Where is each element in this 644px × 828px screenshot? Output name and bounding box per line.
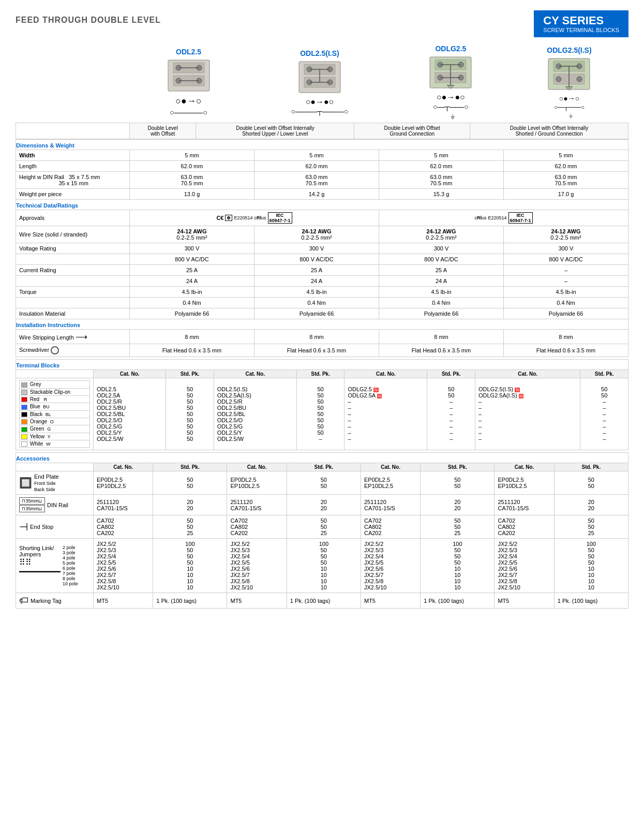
wire-val-2: 24-12 AWG0.2-2.5 mm² [254, 226, 379, 243]
row-torque: Torque 4.5 lb-in 4.5 lb-in 4.5 lb-in 4.5… [16, 287, 628, 298]
width-val-3: 5 mm [379, 150, 504, 161]
row-current: Current Rating 25 A 25 A 25 A – [16, 265, 628, 276]
row-insulation: Insulation Material Polyamide 66 Polyami… [16, 308, 628, 319]
product-image-3 [394, 53, 508, 92]
strip-val-4: 8 mm [504, 330, 628, 344]
svg-point-37 [556, 77, 561, 82]
insulation-val-2: Polyamide 66 [254, 308, 379, 319]
weight-val-2: 14.2 g [254, 189, 379, 200]
torque-val-2: 4.5 lb-in [254, 287, 379, 298]
height-val-1: 63.0 mm70.5 mm [130, 172, 254, 189]
strip-val-1: 8 mm [130, 330, 254, 344]
product-name-2: ODL2.5(I.S) [250, 49, 390, 57]
screw-val-3: Flat Head 0.6 x 3.5 mm [379, 344, 504, 357]
approvals-cell-12: C€ ⊕ E220514 cRlus IEC60947-7-1 [130, 210, 379, 226]
weight-val-1: 13.0 g [130, 189, 254, 200]
end-stop-icon: ⊣ [19, 521, 28, 533]
desc-header-1: Double Levelwith Offset [130, 123, 196, 139]
marking-tag-icon: 🏷 [19, 595, 28, 606]
terminal-grey: Grey Stackable Clip-on Red R Blue BU Bla… [16, 378, 628, 450]
width-val-2: 5 mm [254, 150, 379, 161]
length-val-4: 62.0 mm [504, 161, 628, 172]
page-title: FEED THROUGH DOUBLE LEVEL [16, 16, 161, 25]
product-name-1: ODL2.5 [131, 48, 246, 56]
acc-end-plate: 🔲 End Plate Front SideBack Side EP0DL2.5… [16, 471, 628, 495]
acc-marking-tag: 🏷 Marking Tag MT5 1 Pk. (100 tags) MT5 1… [16, 593, 628, 609]
current-val-1: 25 A [130, 265, 254, 276]
row-length: Length 62.0 mm 62.0 mm 62.0 mm 62.0 mm [16, 161, 628, 172]
product-image-1 [131, 56, 246, 95]
width-val-4: 5 mm [504, 150, 628, 161]
svg-point-38 [577, 77, 582, 82]
strip-val-3: 8 mm [379, 330, 504, 344]
row-current2: 24 A 24 A 24 A – [16, 276, 628, 287]
product-wiring-2: ○●→●○○———┬———○ [250, 97, 390, 116]
row-weight: Weight per piece 13.0 g 14.2 g 15.3 g 17… [16, 189, 628, 200]
product-image-2 [250, 57, 390, 96]
jumper-icon: ⠿⠿ [19, 558, 32, 567]
strip-val-2: 8 mm [254, 330, 379, 344]
page: FEED THROUGH DOUBLE LEVEL CY SERIES SCRE… [0, 0, 644, 619]
term-std-grey-1: 505050505050505050 [166, 378, 214, 450]
product-name-3: ODLG2.5 [394, 45, 508, 53]
badge-series: CY SERIES [543, 14, 619, 27]
row-height: Height w DIN Rail 35 x 7.5 mm 35 x 15 mm… [16, 172, 628, 189]
length-val-3: 62.0 mm [379, 161, 504, 172]
acc-end-stop: ⊣ End Stop CA702CA802CA202 505025 CA702C… [16, 515, 628, 539]
row-approvals: Approvals C€ ⊕ E220514 cRlus IEC60947-7-… [16, 210, 628, 226]
voltage-val-4: 300 V [504, 243, 628, 254]
acc-jumpers: Shorting Link/Jumpers ⠿⠿ ▬▬▬▬▬▬▬▬▬▬ 2 po… [16, 539, 628, 593]
end-plate-icon: 🔲 [19, 477, 32, 489]
term-cat-grey-2: ODL2.5(I.S)ODL2.5A(I.S)ODL2.5/RODL2.5/BU… [214, 378, 296, 450]
desc-header-2: Double Level with Offset InternallyShort… [196, 123, 354, 139]
wire-val-3: 24-12 AWG0.2-2.5 mm² [379, 226, 504, 243]
term-std-grey-2: 5050505050505050– [296, 378, 345, 450]
current-val-4: – [504, 265, 628, 276]
row-torque2: 0.4 Nm 0.4 Nm 0.4 Nm 0.4 Nm [16, 298, 628, 308]
din-rail-icon: ⊓35mm⊔ ⊓35mm⊔ [19, 497, 45, 513]
length-val-1: 62.0 mm [130, 161, 254, 172]
acc-din-rail: ⊓35mm⊔ ⊓35mm⊔ DIN Rail 2511120CA701-15/S… [16, 495, 628, 515]
product-wiring-3: ○●→●○○—┬——○ ⏚ [394, 93, 508, 121]
section-dimensions: Dimensions & Weight [16, 140, 628, 150]
row-wire-strip: Wire Stripping Length ⟶ 8 mm 8 mm 8 mm 8… [16, 330, 628, 344]
current-val-2: 25 A [254, 265, 379, 276]
weight-val-4: 17.0 g [504, 189, 628, 200]
torque-val-3: 4.5 lb-in [379, 287, 504, 298]
terminal-col-headers: Cat. No. Std. Pk. Cat. No. Std. Pk. Cat.… [16, 370, 628, 378]
insulation-val-3: Polyamide 66 [379, 308, 504, 319]
width-val-1: 5 mm [130, 150, 254, 161]
product-wiring-1: ○●→○○————○ [131, 96, 246, 117]
row-width: Width 5 mm 5 mm 5 mm 5 mm [16, 150, 628, 161]
current-val-3: 25 A [379, 265, 504, 276]
product-image-4 [512, 54, 626, 93]
screw-val-2: Flat Head 0.6 x 3.5 mm [254, 344, 379, 357]
section-technical: Technical Data/Ratings [16, 200, 628, 210]
torque-val-1: 4.5 lb-in [130, 287, 254, 298]
product-wiring-4: ○●→○○—┬——○ ⏚ [512, 94, 626, 119]
row-wire-size: Wire Size (solid / stranded) 24-12 AWG0.… [16, 226, 628, 243]
wire-val-4: 24-12 AWG0.2-2.5 mm² [504, 226, 628, 243]
screw-val-4: Flat Head 0.6 x 3.5 mm [504, 344, 628, 357]
length-val-2: 62.0 mm [254, 161, 379, 172]
term-cat-grey-1: ODL2.5ODL2.5AODL2.5/RODL2.5/BUODL2.5/BLO… [94, 378, 166, 450]
insulation-val-1: Polyamide 66 [130, 308, 254, 319]
screw-val-1: Flat Head 0.6 x 3.5 mm [130, 344, 254, 357]
product-name-4: ODLG2.5(I.S) [512, 46, 626, 54]
badge-subtitle: SCREW TERMINAL BLOCKS [543, 27, 619, 33]
wire-val-1: 24-12 AWG0.2-2.5 mm² [130, 226, 254, 243]
section-terminal: Terminal Blocks [16, 360, 628, 370]
row-voltage: Voltage Rating 300 V 300 V 300 V 300 V [16, 243, 628, 254]
voltage-val-3: 300 V [379, 243, 504, 254]
torque-val-4: 4.5 lb-in [504, 287, 628, 298]
term-cat-grey-4: ODLG2.5(I.S) N ODLG2.5A(I.S) N ––––––– [475, 378, 580, 450]
height-val-3: 63.0 mm70.5 mm [379, 172, 504, 189]
voltage-val-1: 300 V [130, 243, 254, 254]
row-screwdriver: Screwdriver Flat Head 0.6 x 3.5 mm Flat … [16, 344, 628, 357]
desc-header-4: Double Level with Offset InternallyShort… [470, 123, 628, 139]
approvals-cell-34: cRlus E220514 IEC60947-7-1 [379, 210, 628, 226]
term-cat-grey-3: ODLG2.5 N ODLG2.5A N ––––––– [345, 378, 427, 450]
row-voltage2: 800 V AC/DC 800 V AC/DC 800 V AC/DC 800 … [16, 254, 628, 265]
page-header: FEED THROUGH DOUBLE LEVEL CY SERIES SCRE… [16, 10, 628, 37]
section-installation: Installation Instructions [16, 319, 628, 330]
